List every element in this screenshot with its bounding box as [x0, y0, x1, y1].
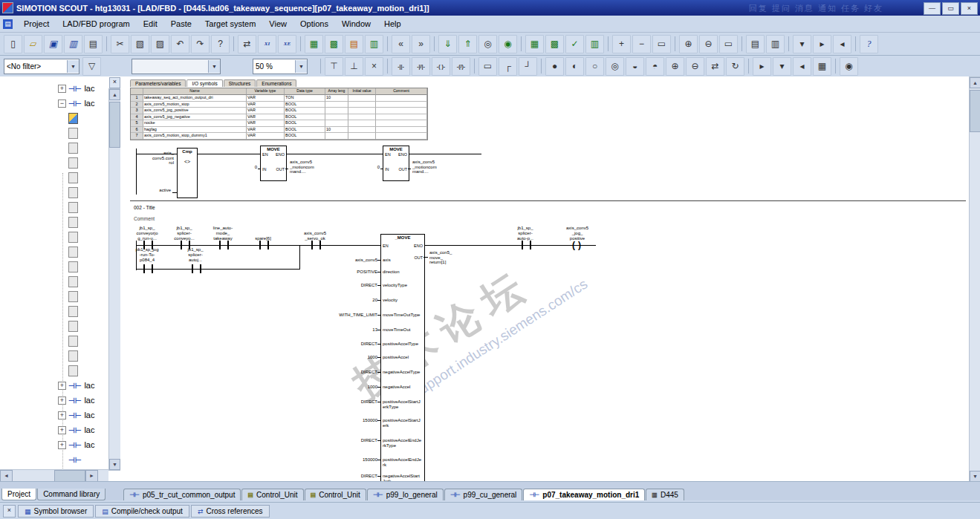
fb-param-value[interactable]: DIRECT	[324, 474, 377, 479]
fb-param-value[interactable]: POSITIVE	[324, 270, 377, 275]
button-delete-network[interactable]: ×	[365, 57, 383, 76]
array-length-cell[interactable]: 10	[325, 127, 348, 134]
button-insert-row[interactable]: +	[612, 35, 631, 53]
button-compile[interactable]: ▦	[525, 35, 544, 53]
tree-scroll-thumb[interactable]	[109, 102, 120, 148]
tab-structures[interactable]: Structures	[224, 79, 256, 87]
button-copy[interactable]: ▧	[131, 35, 149, 53]
scroll-down-icon[interactable]: ▼	[970, 471, 980, 482]
tree-horizontal-scrollbar[interactable]: ◄ ►	[0, 469, 108, 481]
button-help[interactable]: ?	[860, 35, 878, 53]
button-upload-from-target[interactable]: ⇑	[458, 35, 477, 53]
close-button[interactable]: ×	[961, 2, 978, 15]
scroll-up-icon[interactable]: ▲	[970, 77, 980, 88]
menu-item-help[interactable]: Help	[377, 18, 408, 30]
tree-item[interactable]: −⊣⊢lac	[0, 96, 108, 111]
button-selected-status[interactable]: ◉	[840, 57, 858, 76]
editor-vertical-scrollbar[interactable]: ▲ ▼	[969, 76, 980, 483]
document-tab-p05-tr-cut-common-output[interactable]: ⊣⊢p05_tr_cut_common_output	[123, 489, 241, 500]
contact-operand-label[interactable]: axis_conv5 _servo_ok	[297, 231, 333, 241]
name-cell[interactable]: axis_conv5_motion_stop_dummy1	[143, 133, 247, 140]
comment-cell[interactable]	[376, 120, 427, 127]
move-block-1[interactable]: MOVE EN ENO IN OUT	[260, 146, 287, 181]
tree-item[interactable]	[0, 125, 108, 140]
navigator-tab-project[interactable]: Project	[1, 489, 36, 500]
data-type-cell[interactable]: BOOL	[285, 102, 325, 108]
button-cascade-windows[interactable]: ▤	[746, 35, 765, 53]
contact[interactable]	[311, 241, 321, 249]
move1-out-operand[interactable]: axis_conv5 _motioncom mand....	[290, 160, 328, 174]
tree-item[interactable]: +⊣⊢lac	[0, 81, 108, 96]
tree-item[interactable]	[0, 200, 108, 215]
array-length-cell[interactable]	[325, 102, 348, 108]
data-type-cell[interactable]: BOOL	[285, 120, 325, 127]
variable-type-cell[interactable]: VAR	[247, 102, 285, 108]
fb-param-value[interactable]: 150000	[324, 457, 377, 463]
button-status-value-2[interactable]: ◓	[646, 57, 664, 76]
name-cell[interactable]: hagfag	[143, 127, 247, 134]
fb-param-value[interactable]: DIRECT	[324, 342, 377, 347]
tree-item[interactable]	[0, 304, 108, 319]
tree-hscroll-thumb[interactable]	[54, 470, 85, 481]
data-type-cell[interactable]: BOOL	[285, 114, 325, 121]
button-contact-no[interactable]: -||-	[392, 57, 410, 76]
button-empty-box[interactable]: ▭	[478, 57, 497, 76]
menu-item-view[interactable]: View	[262, 18, 293, 30]
contact[interactable]	[143, 264, 153, 273]
button-collapse-block[interactable]: »	[412, 35, 430, 53]
tree-expand-icon[interactable]: +	[58, 441, 66, 449]
button-insert-lad-variable[interactable]: XI	[258, 35, 276, 53]
tree-item[interactable]	[0, 348, 108, 363]
fb-param-value[interactable]: 150000	[324, 418, 377, 423]
button-symbol-information[interactable]: ▥	[365, 35, 383, 53]
button-append-network[interactable]: ⊥	[345, 57, 363, 76]
button-symbol-table[interactable]: ▦	[305, 35, 323, 53]
button-print[interactable]: ▤	[84, 35, 103, 53]
restore-button[interactable]: ▭	[942, 2, 959, 15]
initial-value-cell[interactable]	[348, 133, 376, 140]
button-label-list[interactable]: ▾	[773, 57, 791, 76]
fb-param-value[interactable]: 1000	[324, 355, 377, 360]
comment-cell[interactable]	[376, 108, 427, 114]
button-monitoring-mode[interactable]: ◉	[499, 35, 517, 53]
ladder-canvas[interactable]: 技术论坛 support.industry.siemens.com/cs Par…	[120, 76, 969, 481]
button-zoom-fit[interactable]: ▭	[719, 35, 738, 53]
document-tab-p07-takeaway-motion-dri1[interactable]: ⊣⊢p07_takeaway_motion_dri1	[523, 489, 645, 500]
tree-item[interactable]	[0, 111, 108, 125]
move-block-2[interactable]: MOVE EN ENO IN OUT	[383, 146, 409, 181]
tree-item[interactable]	[0, 229, 108, 244]
button-status-value-1[interactable]: ◒	[626, 57, 644, 76]
comment-cell[interactable]	[376, 133, 427, 140]
initial-value-cell[interactable]	[348, 108, 376, 114]
initial-value-cell[interactable]	[348, 95, 376, 102]
button-save[interactable]: ▣	[44, 35, 62, 53]
status-tab-symbol-browser[interactable]: ▦Symbol browser	[18, 505, 94, 518]
filter-combo[interactable]: <No filter> ▼	[4, 59, 79, 74]
tree-item[interactable]	[0, 244, 108, 259]
button-find-in-network[interactable]: ▦	[813, 57, 831, 76]
data-type-cell[interactable]: BOOL	[285, 108, 325, 114]
button-delete-row[interactable]: −	[632, 35, 651, 53]
contact[interactable]	[259, 241, 269, 249]
initial-value-cell[interactable]	[348, 127, 376, 134]
tree-item[interactable]	[0, 333, 108, 348]
tree-expand-icon[interactable]: +	[58, 396, 66, 405]
tree-item[interactable]	[0, 319, 108, 333]
scroll-up-icon[interactable]: ▲	[109, 89, 120, 100]
button-coil[interactable]: -( )-	[432, 57, 450, 76]
variable-type-cell[interactable]: VAR	[247, 95, 285, 102]
button-link-operands[interactable]: ⊕	[666, 57, 684, 76]
button-contact-nc[interactable]: -|/|-	[412, 57, 430, 76]
tree-expand-icon[interactable]: −	[58, 99, 66, 108]
fb-param-value[interactable]: DIRECT	[324, 438, 377, 443]
document-tab-control-unit[interactable]: ▤Control_Unit	[241, 489, 303, 500]
array-length-cell[interactable]	[325, 133, 348, 140]
fb-param-value[interactable]: DIRECT	[324, 283, 377, 288]
menu-item-project[interactable]: Project	[17, 18, 56, 30]
compare-block[interactable]: Cmp <>	[177, 148, 198, 198]
data-type-cell[interactable]: BOOL	[285, 133, 325, 140]
button-accept-symbols[interactable]: ▩	[325, 35, 343, 53]
tree-item[interactable]: +⊣⊢lac	[0, 378, 108, 393]
contact-operand-label[interactable]: line_auto- mode_ takeaway	[205, 226, 241, 241]
contact-operand-label[interactable]: jb1_sp_ conveyorjo g_run-u...	[129, 226, 165, 241]
